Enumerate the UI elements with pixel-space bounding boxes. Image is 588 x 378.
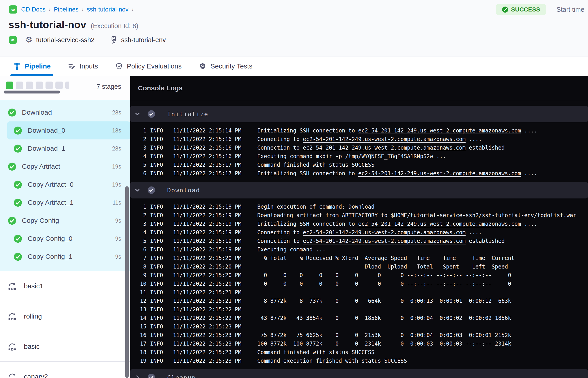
log-line: 3INFO11/11/2022 2:15:16 PMConnection to …: [130, 144, 588, 152]
log-line-number: 11: [130, 288, 147, 297]
log-line-number: 1: [130, 126, 147, 135]
rollout-icon: [7, 372, 18, 378]
log-section-title: Initialize: [167, 111, 208, 118]
log-section-lines: 1INFO11/11/2022 2:15:14 PMInitializing S…: [130, 124, 588, 180]
log-message: Downloading artifact from ARTIFACTORY to…: [257, 211, 588, 220]
log-line: 1INFO11/11/2022 2:15:14 PMInitializing S…: [130, 126, 588, 135]
host-link[interactable]: ec2-54-201-142-249.us-west-2.compute.ama…: [358, 127, 521, 134]
log-line-number: 6: [130, 169, 147, 178]
log-message: Command execution finished with status S…: [257, 357, 588, 365]
rollout-icon: [7, 281, 18, 291]
stage-row-copy-config_0[interactable]: Copy Config_09s: [0, 230, 130, 248]
log-line: 17INFO11/11/2022 2:15:23 PM100 8772k 100…: [130, 339, 588, 348]
sidebar-vertical-scrollbar[interactable]: [125, 186, 129, 378]
log-level: INFO: [150, 305, 165, 314]
stages-header: 7 stages: [0, 76, 130, 100]
log-line: 2INFO11/11/2022 2:15:16 PMConnecting to …: [130, 135, 588, 144]
log-line: 5INFO11/11/2022 2:15:17 PMCommand finish…: [130, 161, 588, 169]
stage-row-copy-artifact_0[interactable]: Copy Artifact_019s: [0, 176, 130, 193]
host-link[interactable]: ec2-54-201-142-249.us-west-2.compute.ama…: [358, 221, 521, 227]
log-timestamp: 11/11/2022 2:15:19 PM: [173, 245, 247, 254]
log-text: % Total % Received % Xferd Average Speed…: [257, 255, 515, 261]
pipeline-item-rolling[interactable]: rolling: [0, 301, 130, 331]
tab-inputs[interactable]: Inputs: [68, 57, 98, 76]
log-message: 43 8772k 43 3854k 0 0 1856k 0 0:00:04 0:…: [257, 314, 588, 322]
log-line: 4INFO11/11/2022 2:15:19 PMConnecting to …: [130, 228, 588, 237]
log-section-header-cleanup[interactable]: Cleanup: [130, 369, 588, 378]
host-link[interactable]: ec2-54-201-142-249.us-west-2.compute.ama…: [303, 136, 466, 142]
log-level: INFO: [150, 322, 165, 331]
log-timestamp: 11/11/2022 2:15:20 PM: [173, 254, 247, 262]
harness-logo-icon: ∞: [9, 5, 18, 14]
log-text: ....: [521, 127, 537, 134]
breadcrumb: CD Docs›Pipelines›ssh-tutorial-nov›: [21, 6, 134, 13]
log-level: INFO: [150, 220, 165, 228]
stage-row-copy-artifact_1[interactable]: Copy Artifact_111s: [0, 193, 130, 212]
stage-progress-square: [26, 81, 33, 89]
log-line-number: 6: [130, 245, 147, 254]
status-badge-label: SUCCESS: [511, 6, 540, 13]
stage-duration: 9s: [115, 217, 121, 224]
stage-success-check-icon: [8, 108, 16, 117]
log-message: [257, 305, 588, 314]
log-message: Initializing SSH connection to ec2-54-20…: [257, 220, 588, 228]
log-message: 75 8772k 75 6625k 0 0 2153k 0 0:00:04 0:…: [257, 331, 588, 339]
stages-horizontal-scrollbar[interactable]: [4, 91, 60, 94]
log-line: 18INFO11/11/2022 2:15:23 PMCommand finis…: [130, 348, 588, 357]
log-section-header-download[interactable]: Download: [130, 182, 588, 199]
log-text: 43 8772k 43 3854k 0 0 1856k 0 0:00:04 0:…: [257, 315, 511, 321]
log-timestamp: 11/11/2022 2:15:22 PM: [173, 305, 247, 314]
rollout-icon: [7, 341, 18, 351]
host-link[interactable]: ec2-54-201-142-249.us-west-2.compute.ama…: [303, 238, 466, 244]
log-section-header-initialize[interactable]: Initialize: [130, 106, 588, 122]
stage-row-copy-config_1[interactable]: Copy Config_19s: [0, 248, 130, 266]
tab-security-tests[interactable]: Security Tests: [199, 57, 252, 76]
breadcrumb-link[interactable]: CD Docs: [21, 6, 45, 13]
tab-label: Security Tests: [210, 62, 252, 70]
log-message: 0 0 0 0 0 0 0 0 --:--:-- --:--:-- --:--:…: [257, 271, 588, 280]
log-message: Connection to ec2-54-201-142-249.us-west…: [257, 144, 588, 152]
stage-row-copy-artifact[interactable]: Copy Artifact19s: [0, 158, 130, 176]
log-line: 1INFO11/11/2022 2:15:18 PMBegin executio…: [130, 202, 588, 211]
log-timestamp: 11/11/2022 2:15:16 PM: [173, 135, 247, 144]
breadcrumb-link[interactable]: Pipelines: [54, 6, 79, 13]
log-text: Dload Upload Total Spent Left Speed: [257, 264, 508, 270]
log-timestamp: 11/11/2022 2:15:23 PM: [173, 348, 247, 357]
log-level: INFO: [150, 348, 165, 357]
execution-header: ∞ CD Docs›Pipelines›ssh-tutorial-nov› SU…: [0, 0, 588, 56]
log-level: INFO: [150, 228, 165, 237]
pipeline-item-basic1[interactable]: basic1: [0, 271, 130, 301]
stage-row-download[interactable]: Download23s: [0, 103, 130, 122]
tab-label: Policy Evaluations: [127, 62, 182, 70]
breadcrumb-link[interactable]: ssh-tutorial-nov: [87, 6, 129, 13]
log-line-number: 4: [130, 228, 147, 237]
tab-policy-evaluations[interactable]: Policy Evaluations: [115, 57, 182, 76]
host-link[interactable]: ec2-54-201-142-249.us-west-2.compute.ama…: [303, 229, 466, 236]
stage-row-download_1[interactable]: Download_123s: [0, 139, 130, 158]
pipeline-item-basic[interactable]: basic: [0, 331, 130, 362]
log-text: Command finished with status SUCCESS: [257, 162, 374, 168]
tab-pipeline[interactable]: Pipeline: [13, 57, 51, 76]
section-success-check-icon: [147, 374, 155, 378]
execution-id: (Execution Id: 8): [91, 22, 138, 30]
stage-row-download_0[interactable]: Download_013s: [7, 122, 130, 139]
host-link[interactable]: ec2-54-201-142-249.us-west-2.compute.ama…: [303, 145, 466, 151]
host-link[interactable]: ec2-54-201-142-249.us-west-2.compute.ama…: [358, 170, 521, 177]
log-text: established: [466, 238, 505, 244]
log-text: ....: [466, 229, 482, 236]
section-success-check-icon: [147, 186, 155, 194]
pipeline-item-canary2[interactable]: canary2: [0, 362, 130, 378]
tab-bar: PipelineInputsPolicy EvaluationsSecurity…: [0, 56, 588, 76]
pipeline-item-label: canary2: [24, 373, 48, 378]
log-text: ....: [466, 136, 482, 142]
log-text: 75 8772k 75 6625k 0 0 2153k 0 0:00:04 0:…: [257, 332, 511, 338]
log-timestamp: 11/11/2022 2:15:20 PM: [173, 262, 247, 271]
log-line: 8INFO11/11/2022 2:15:20 PM Dload Upload …: [130, 262, 588, 271]
stage-row-copy-config[interactable]: Copy Config9s: [0, 212, 130, 230]
log-message: Initializing SSH connection to ec2-54-20…: [257, 169, 588, 178]
pipeline-list: basic1rollingbasiccanary2: [0, 271, 130, 378]
log-line-number: 2: [130, 135, 147, 144]
log-message: Connection to ec2-54-201-142-249.us-west…: [257, 237, 588, 245]
log-level: INFO: [150, 245, 165, 254]
log-line-number: 18: [130, 348, 147, 357]
